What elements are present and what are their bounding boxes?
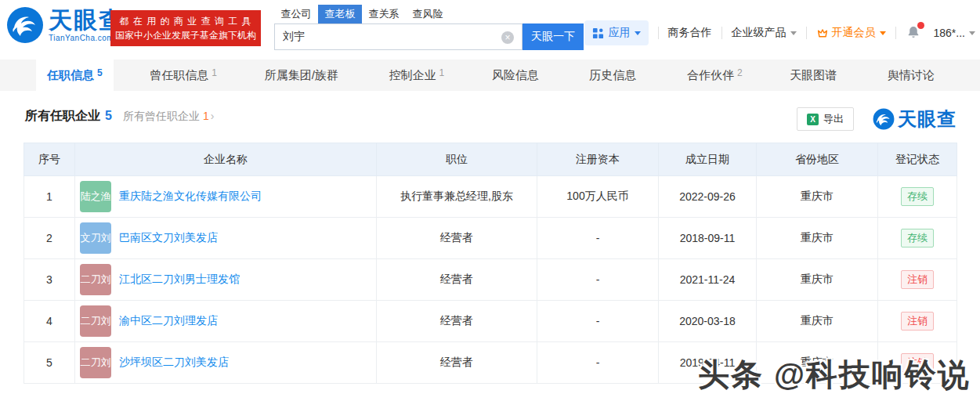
search-area: 查公司 查老板 查关系 查风险 天眼一下 — [274, 5, 584, 50]
region-cell: 重庆市 — [757, 218, 878, 259]
position-cell: 经营者 — [377, 301, 537, 342]
section-count: 5 — [105, 109, 112, 123]
company-avatar: 二刀刘 — [80, 305, 111, 337]
divider — [658, 27, 659, 39]
crown-icon — [816, 27, 829, 39]
vip-upgrade-button[interactable]: 开通会员 — [816, 26, 886, 40]
section-header: 所有任职企业 5 所有曾任职企业1 — [25, 108, 214, 125]
chevron-down-icon — [790, 31, 797, 35]
row-index-cell: 5 — [24, 342, 75, 384]
column-header: 登记状态 — [878, 143, 957, 176]
apps-menu-button[interactable]: 应用 — [584, 20, 649, 45]
nav-tab[interactable]: 历史信息 — [578, 60, 650, 91]
table-row: 3 二刀刘 江北区二刀刘男士理发馆 经营者 - 2021-11-24 重庆市 注… — [24, 259, 957, 301]
divider — [895, 27, 896, 39]
section-title: 所有任职企业 — [25, 108, 100, 125]
region-cell: 重庆市 — [757, 259, 878, 301]
search-tab[interactable]: 查关系 — [362, 5, 406, 23]
row-index-cell: 3 — [24, 259, 75, 301]
date-cell: 2021-11-24 — [659, 259, 757, 301]
notifications-button[interactable] — [906, 24, 923, 42]
chevron-down-icon — [969, 31, 975, 35]
column-header: 成立日期 — [659, 143, 757, 176]
company-avatar: 二刀刘 — [80, 347, 111, 378]
search-tab[interactable]: 查老板 — [318, 5, 362, 23]
former-count: 1 — [203, 110, 209, 122]
former-positions-link[interactable]: 所有曾任职企业1 — [123, 110, 214, 124]
table-header-row: 序号企业名称职位注册资本成立日期省份地区登记状态 — [24, 143, 957, 176]
column-header: 序号 — [24, 143, 75, 176]
status-badge: 存续 — [901, 229, 934, 247]
row-index-cell: 4 — [24, 301, 75, 342]
column-header: 企业名称 — [75, 143, 377, 176]
tianyancha-page: 天眼查 TianYanCha.com 都 在 用 的 商 业 查 询 工 具 国… — [0, 0, 980, 401]
enterprise-products-menu[interactable]: 企业级产品 — [732, 26, 797, 40]
chevron-down-icon — [635, 31, 641, 35]
account-menu[interactable]: 186*... — [934, 27, 975, 39]
promo-line2: 国家中小企业发展子基金旗下机构 — [115, 28, 256, 42]
nav-tab[interactable]: 任职信息 5 — [36, 60, 114, 91]
table-row: 1 陆之渔 重庆陆之渔文化传媒有限公司 执行董事兼总经理,股东 100万人民币 … — [24, 176, 957, 218]
nav-tab[interactable]: 风险信息 — [481, 60, 553, 91]
apps-grid-icon — [592, 27, 604, 39]
company-avatar: 二刀刘 — [80, 264, 111, 295]
row-index-cell: 1 — [24, 176, 75, 218]
table-row: 4 二刀刘 渝中区二刀刘理发店 经营者 - 2020-03-18 重庆市 注销 — [24, 301, 957, 342]
nav-tab[interactable]: 合作伙伴 2 — [676, 60, 754, 91]
site-logo[interactable]: 天眼查 TianYanCha.com — [6, 6, 124, 44]
export-button[interactable]: 导出 — [797, 107, 854, 131]
company-link[interactable]: 沙坪坝区二刀刘美发店 — [119, 356, 229, 370]
date-cell: 2018-09-11 — [659, 218, 757, 259]
promo-line1: 都 在 用 的 商 业 查 询 工 具 — [119, 14, 251, 28]
notification-dot — [917, 22, 924, 29]
biz-cooperation-link[interactable]: 商务合作 — [668, 26, 712, 40]
section-tools: 导出 天眼查 — [797, 107, 956, 132]
company-link[interactable]: 重庆陆之渔文化传媒有限公司 — [119, 190, 262, 204]
position-cell: 经营者 — [377, 218, 537, 259]
divider — [721, 27, 722, 39]
capital-cell: - — [537, 218, 659, 259]
nav-tabs: 任职信息 5 曾任职信息 1 所属集团/族群 控制企业 1 风险信息 历史信息 … — [0, 60, 980, 91]
chevron-down-icon — [880, 31, 886, 35]
date-cell: 2022-09-26 — [659, 176, 757, 218]
nav-tab[interactable]: 控制企业 1 — [378, 60, 455, 91]
tianyancha-swirl-icon — [6, 6, 44, 44]
search-tab[interactable]: 查公司 — [274, 5, 318, 23]
position-cell: 经营者 — [377, 342, 537, 384]
status-badge: 存续 — [901, 187, 934, 206]
company-avatar: 陆之渔 — [80, 181, 111, 212]
capital-cell: - — [537, 259, 659, 301]
nav-tab[interactable]: 曾任职信息 1 — [139, 60, 228, 91]
status-badge: 注销 — [901, 270, 934, 289]
positions-table: 序号企业名称职位注册资本成立日期省份地区登记状态 1 陆之渔 重庆陆之渔文化传媒… — [24, 143, 956, 384]
region-cell: 重庆市 — [757, 301, 878, 342]
region-cell: 重庆市 — [757, 176, 878, 218]
capital-cell: - — [537, 342, 659, 384]
divider — [806, 27, 807, 39]
capital-cell: - — [537, 301, 659, 342]
table-row: 2 文刀刘 巴南区文刀刘美发店 经营者 - 2018-09-11 重庆市 存续 — [24, 218, 957, 259]
search-tab[interactable]: 查风险 — [406, 5, 450, 23]
search-tabs: 查公司 查老板 查关系 查风险 — [274, 5, 584, 23]
top-menu: 应用 商务合作 企业级产品 开通会员 — [584, 20, 975, 45]
company-link[interactable]: 巴南区文刀刘美发店 — [119, 231, 218, 245]
clear-search-icon[interactable] — [501, 31, 514, 44]
column-header: 职位 — [377, 143, 537, 176]
capital-cell: 100万人民币 — [537, 176, 659, 218]
search-input[interactable] — [275, 24, 522, 49]
nav-tab[interactable]: 天眼图谱 — [779, 60, 851, 91]
company-avatar: 文刀刘 — [80, 222, 111, 254]
status-badge: 注销 — [901, 312, 934, 331]
apps-label: 应用 — [609, 26, 631, 40]
excel-icon — [807, 114, 819, 125]
nav-tab[interactable]: 所属集团/族群 — [254, 60, 353, 91]
search-button[interactable]: 天眼一下 — [523, 23, 584, 50]
nav-tab[interactable]: 舆情讨论 — [877, 60, 949, 91]
brand-name: 天眼查 — [898, 107, 956, 132]
company-link[interactable]: 渝中区二刀刘理发店 — [119, 314, 218, 328]
header: 天眼查 TianYanCha.com 都 在 用 的 商 业 查 询 工 具 国… — [0, 0, 980, 55]
position-cell: 执行董事兼总经理,股东 — [377, 176, 537, 218]
position-cell: 经营者 — [377, 259, 537, 301]
company-link[interactable]: 江北区二刀刘男士理发馆 — [119, 273, 240, 287]
column-header: 省份地区 — [757, 143, 878, 176]
